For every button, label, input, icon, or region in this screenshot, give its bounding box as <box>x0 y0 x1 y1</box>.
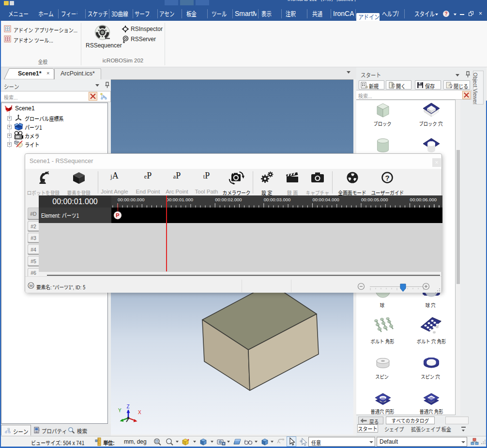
svg-text:X: X <box>138 410 141 415</box>
svg-text:?: ? <box>385 174 389 182</box>
svg-text:M: M <box>30 284 33 288</box>
svg-text:Y: Y <box>118 408 122 413</box>
svg-text:Z: Z <box>127 404 130 409</box>
